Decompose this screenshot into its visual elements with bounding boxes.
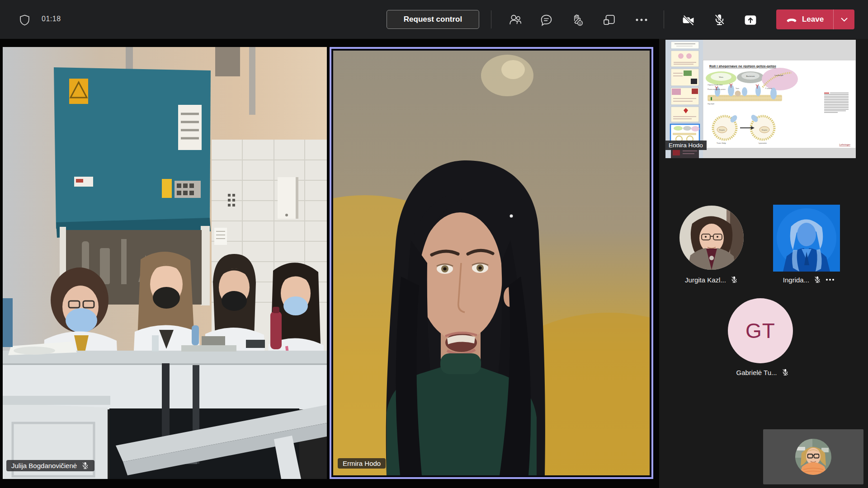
ingrida-photo (773, 205, 840, 272)
share-button[interactable] (741, 10, 760, 30)
meeting-timer: 01:18 (42, 15, 61, 23)
breakout-rooms-icon (603, 14, 616, 26)
meeting-sidebar: Roli i sheqernave ne njohjen qelize-qeli… (659, 39, 868, 488)
teams-meeting-window: 01:18 Request control (0, 0, 868, 488)
people-icon (509, 14, 522, 26)
hang-up-icon (786, 17, 797, 23)
virus-label: Virus (719, 76, 723, 78)
reactions-button[interactable] (567, 10, 587, 30)
security-shield-icon (14, 10, 34, 30)
participants-button[interactable] (505, 10, 525, 30)
participant-name: Gabrielė Tu... (736, 369, 777, 376)
raise-hand-icon (571, 14, 584, 27)
participant-row-jurgita: Jurgita Kazl... (675, 276, 748, 284)
lab-classroom-video (3, 47, 327, 479)
glycolipid-label: Glycolipid (708, 103, 714, 105)
trans-golgi-label: Trans Golgi (717, 142, 726, 144)
enzyme-left-label: Enzyme (719, 129, 725, 131)
toolbar-divider (491, 10, 491, 28)
leave-button-group: Leave (776, 9, 854, 29)
leave-button-label: Leave (802, 15, 824, 24)
participant-name: Ingrida... (783, 276, 809, 284)
camera-off-icon (681, 14, 695, 27)
participant-row-ingrida: Ingrida... (770, 276, 847, 284)
avatar-jurgita[interactable] (679, 206, 744, 270)
toolbar-divider (664, 10, 664, 28)
participant-row-gabriele: Gabrielė Tu... (722, 368, 803, 376)
presenter-name: Ermira Hodo (669, 142, 703, 149)
active-speaker-frame: Ermira Hodo (331, 49, 651, 477)
toxin-label: Toxin (736, 88, 739, 89)
speaker-video (333, 51, 650, 475)
participant-name-label: Ermira Hodo (338, 458, 386, 469)
mic-off-icon (713, 13, 726, 27)
jurgita-photo (679, 206, 744, 270)
presenter-name-label: Ermira Hodo (665, 141, 707, 150)
breakout-rooms-button[interactable] (599, 10, 619, 30)
self-photo (795, 439, 831, 475)
self-avatar (795, 439, 831, 475)
avatar-ingrida[interactable] (773, 205, 840, 272)
video-tile-ermira[interactable]: Ermira Hodo (330, 47, 653, 479)
participant-name: Julija Bogdanovičienė (11, 462, 77, 469)
share-screen-icon (744, 14, 757, 26)
more-actions-button[interactable] (632, 10, 651, 30)
avatar-initials: GT (745, 319, 775, 343)
more-icon[interactable] (826, 278, 835, 281)
more-icon (635, 18, 648, 22)
mic-toggle-button[interactable] (709, 10, 729, 30)
p-selectin-label: P-selectin (765, 88, 772, 89)
slide-source-label: Lehninger (840, 143, 851, 146)
self-view-tile[interactable] (763, 429, 863, 484)
meeting-stage: Julija Bogdanovičienė (0, 39, 659, 488)
participant-name: Jurgita Kazl... (685, 276, 726, 284)
meeting-toolbar: 01:18 Request control (0, 0, 868, 39)
plasma-protein-label: Plasma membrane protein (708, 89, 726, 90)
leukocyte-label: Leukocyte (774, 74, 783, 76)
bacterium-label: Bacterium (746, 75, 755, 77)
leave-button[interactable]: Leave (776, 9, 833, 29)
avatar-gabriele[interactable]: GT (728, 298, 793, 363)
mic-off-icon (81, 461, 90, 470)
chat-icon (540, 14, 553, 26)
chevron-down-icon (840, 17, 848, 22)
participant-name-label: Julija Bogdanovičienė (6, 460, 94, 471)
request-control-button[interactable]: Request control (387, 10, 479, 29)
enzyme-right-label: Enzyme (762, 129, 767, 131)
oligosaccharide-label: Oligosaccharide chain (708, 84, 722, 86)
mic-off-icon (730, 276, 738, 284)
lysosome-label: Lysosome (759, 142, 767, 144)
chat-button[interactable] (536, 10, 556, 30)
camera-toggle-button[interactable] (678, 10, 698, 30)
video-tile-julija[interactable]: Julija Bogdanovičienė (3, 47, 327, 479)
mic-off-icon (781, 368, 789, 376)
mic-off-icon (813, 276, 821, 284)
participant-name: Ermira Hodo (343, 460, 381, 467)
slide-title: Roli i sheqernave ne njohjen qelize-qeli… (709, 64, 776, 68)
leave-options-button[interactable] (834, 9, 854, 29)
